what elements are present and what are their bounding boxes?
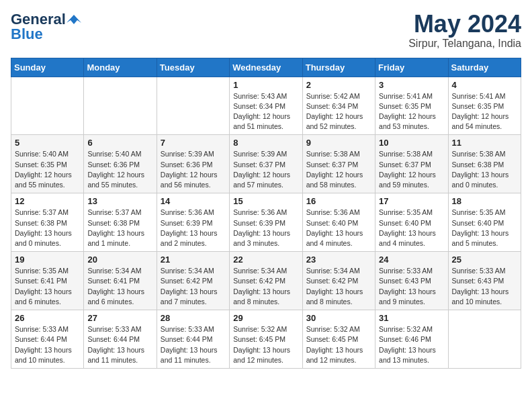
calendar-cell: 28Sunrise: 5:33 AM Sunset: 6:44 PM Dayli…: [157, 310, 229, 369]
day-info: Sunrise: 5:32 AM Sunset: 6:45 PM Dayligh…: [306, 324, 371, 365]
day-info: Sunrise: 5:42 AM Sunset: 6:34 PM Dayligh…: [306, 91, 371, 132]
weekday-header-tuesday: Tuesday: [157, 58, 229, 77]
svg-marker-0: [66, 15, 81, 24]
day-info: Sunrise: 5:32 AM Sunset: 6:45 PM Dayligh…: [233, 324, 298, 365]
day-info: Sunrise: 5:33 AM Sunset: 6:44 PM Dayligh…: [161, 324, 226, 365]
calendar-table: SundayMondayTuesdayWednesdayThursdayFrid…: [11, 58, 521, 369]
day-number: 17: [379, 196, 444, 206]
day-number: 19: [15, 255, 80, 265]
calendar-week-2: 5Sunrise: 5:40 AM Sunset: 6:35 PM Daylig…: [11, 135, 521, 193]
day-number: 23: [306, 255, 371, 265]
day-info: Sunrise: 5:41 AM Sunset: 6:35 PM Dayligh…: [379, 91, 444, 132]
weekday-header-friday: Friday: [375, 58, 448, 77]
calendar-week-4: 19Sunrise: 5:35 AM Sunset: 6:41 PM Dayli…: [11, 252, 521, 310]
day-info: Sunrise: 5:39 AM Sunset: 6:37 PM Dayligh…: [233, 149, 298, 190]
day-info: Sunrise: 5:37 AM Sunset: 6:38 PM Dayligh…: [87, 208, 152, 248]
calendar-cell: 6Sunrise: 5:40 AM Sunset: 6:36 PM Daylig…: [84, 135, 157, 193]
day-number: 2: [306, 80, 371, 90]
calendar-cell: 3Sunrise: 5:41 AM Sunset: 6:35 PM Daylig…: [375, 77, 448, 135]
day-number: 25: [452, 255, 517, 265]
day-info: Sunrise: 5:34 AM Sunset: 6:42 PM Dayligh…: [233, 266, 298, 307]
calendar-cell: [11, 77, 84, 135]
weekday-header-monday: Monday: [84, 58, 157, 77]
calendar-cell: 12Sunrise: 5:37 AM Sunset: 6:38 PM Dayli…: [11, 193, 84, 252]
calendar-cell: 4Sunrise: 5:41 AM Sunset: 6:35 PM Daylig…: [448, 77, 521, 135]
day-info: Sunrise: 5:40 AM Sunset: 6:35 PM Dayligh…: [15, 149, 80, 190]
calendar-cell: 16Sunrise: 5:36 AM Sunset: 6:40 PM Dayli…: [302, 193, 375, 252]
calendar-cell: [157, 77, 229, 135]
day-number: 8: [233, 138, 298, 148]
calendar-cell: 29Sunrise: 5:32 AM Sunset: 6:45 PM Dayli…: [230, 310, 302, 369]
calendar-week-1: 1Sunrise: 5:43 AM Sunset: 6:34 PM Daylig…: [11, 77, 521, 135]
day-info: Sunrise: 5:38 AM Sunset: 6:38 PM Dayligh…: [452, 149, 517, 190]
day-number: 16: [306, 196, 371, 206]
day-info: Sunrise: 5:38 AM Sunset: 6:37 PM Dayligh…: [379, 149, 444, 190]
day-info: Sunrise: 5:35 AM Sunset: 6:41 PM Dayligh…: [15, 266, 80, 307]
location-subtitle: Sirpur, Telangana, India: [408, 38, 521, 50]
calendar-cell: 25Sunrise: 5:33 AM Sunset: 6:43 PM Dayli…: [448, 252, 521, 310]
day-info: Sunrise: 5:41 AM Sunset: 6:35 PM Dayligh…: [452, 91, 517, 132]
calendar-cell: 31Sunrise: 5:32 AM Sunset: 6:46 PM Dayli…: [375, 310, 448, 369]
weekday-header-sunday: Sunday: [11, 58, 84, 77]
weekday-header-row: SundayMondayTuesdayWednesdayThursdayFrid…: [11, 58, 521, 77]
calendar-cell: 10Sunrise: 5:38 AM Sunset: 6:37 PM Dayli…: [375, 135, 448, 193]
day-number: 14: [161, 196, 226, 206]
calendar-cell: 15Sunrise: 5:36 AM Sunset: 6:39 PM Dayli…: [230, 193, 302, 252]
day-number: 6: [87, 138, 152, 148]
day-number: 15: [233, 196, 298, 206]
weekday-header-wednesday: Wednesday: [230, 58, 302, 77]
calendar-cell: 21Sunrise: 5:34 AM Sunset: 6:42 PM Dayli…: [157, 252, 229, 310]
calendar-week-5: 26Sunrise: 5:33 AM Sunset: 6:44 PM Dayli…: [11, 310, 521, 369]
calendar-cell: 19Sunrise: 5:35 AM Sunset: 6:41 PM Dayli…: [11, 252, 84, 310]
day-number: 20: [87, 255, 152, 265]
calendar-cell: 22Sunrise: 5:34 AM Sunset: 6:42 PM Dayli…: [230, 252, 302, 310]
day-number: 13: [87, 196, 152, 206]
day-number: 5: [15, 138, 80, 148]
day-number: 4: [452, 80, 517, 90]
day-info: Sunrise: 5:36 AM Sunset: 6:39 PM Dayligh…: [161, 208, 226, 248]
day-info: Sunrise: 5:33 AM Sunset: 6:44 PM Dayligh…: [15, 324, 80, 365]
calendar-week-3: 12Sunrise: 5:37 AM Sunset: 6:38 PM Dayli…: [11, 193, 521, 252]
day-info: Sunrise: 5:35 AM Sunset: 6:40 PM Dayligh…: [379, 208, 444, 248]
day-number: 22: [233, 255, 298, 265]
calendar-cell: 11Sunrise: 5:38 AM Sunset: 6:38 PM Dayli…: [448, 135, 521, 193]
day-info: Sunrise: 5:39 AM Sunset: 6:36 PM Dayligh…: [161, 149, 226, 190]
day-info: Sunrise: 5:36 AM Sunset: 6:39 PM Dayligh…: [233, 208, 298, 248]
day-number: 12: [15, 196, 80, 206]
calendar-cell: 9Sunrise: 5:38 AM Sunset: 6:37 PM Daylig…: [302, 135, 375, 193]
day-info: Sunrise: 5:34 AM Sunset: 6:42 PM Dayligh…: [306, 266, 371, 307]
logo-bird-icon: [66, 13, 81, 26]
calendar-cell: [84, 77, 157, 135]
day-info: Sunrise: 5:40 AM Sunset: 6:36 PM Dayligh…: [87, 149, 152, 190]
day-number: 28: [161, 313, 226, 323]
day-info: Sunrise: 5:32 AM Sunset: 6:46 PM Dayligh…: [379, 324, 444, 365]
page-header: General Blue May 2024 Sirpur, Telangana,…: [11, 11, 521, 50]
day-info: Sunrise: 5:35 AM Sunset: 6:40 PM Dayligh…: [452, 208, 517, 248]
day-number: 21: [161, 255, 226, 265]
day-number: 18: [452, 196, 517, 206]
calendar-cell: 27Sunrise: 5:33 AM Sunset: 6:44 PM Dayli…: [84, 310, 157, 369]
calendar-cell: 24Sunrise: 5:33 AM Sunset: 6:43 PM Dayli…: [375, 252, 448, 310]
day-number: 27: [87, 313, 152, 323]
title-area: May 2024 Sirpur, Telangana, India: [408, 11, 521, 50]
day-info: Sunrise: 5:33 AM Sunset: 6:43 PM Dayligh…: [379, 266, 444, 307]
day-number: 30: [306, 313, 371, 323]
logo-blue: Blue: [11, 26, 43, 43]
weekday-header-thursday: Thursday: [302, 58, 375, 77]
month-title: May 2024: [408, 11, 521, 38]
day-info: Sunrise: 5:36 AM Sunset: 6:40 PM Dayligh…: [306, 208, 371, 248]
calendar-cell: 7Sunrise: 5:39 AM Sunset: 6:36 PM Daylig…: [157, 135, 229, 193]
calendar-cell: 17Sunrise: 5:35 AM Sunset: 6:40 PM Dayli…: [375, 193, 448, 252]
day-info: Sunrise: 5:38 AM Sunset: 6:37 PM Dayligh…: [306, 149, 371, 190]
day-number: 29: [233, 313, 298, 323]
day-info: Sunrise: 5:43 AM Sunset: 6:34 PM Dayligh…: [233, 91, 298, 132]
calendar-cell: 30Sunrise: 5:32 AM Sunset: 6:45 PM Dayli…: [302, 310, 375, 369]
calendar-cell: [448, 310, 521, 369]
day-number: 11: [452, 138, 517, 148]
calendar-cell: 13Sunrise: 5:37 AM Sunset: 6:38 PM Dayli…: [84, 193, 157, 252]
calendar-cell: 18Sunrise: 5:35 AM Sunset: 6:40 PM Dayli…: [448, 193, 521, 252]
calendar-cell: 2Sunrise: 5:42 AM Sunset: 6:34 PM Daylig…: [302, 77, 375, 135]
calendar-cell: 5Sunrise: 5:40 AM Sunset: 6:35 PM Daylig…: [11, 135, 84, 193]
day-info: Sunrise: 5:33 AM Sunset: 6:44 PM Dayligh…: [87, 324, 152, 365]
day-number: 9: [306, 138, 371, 148]
